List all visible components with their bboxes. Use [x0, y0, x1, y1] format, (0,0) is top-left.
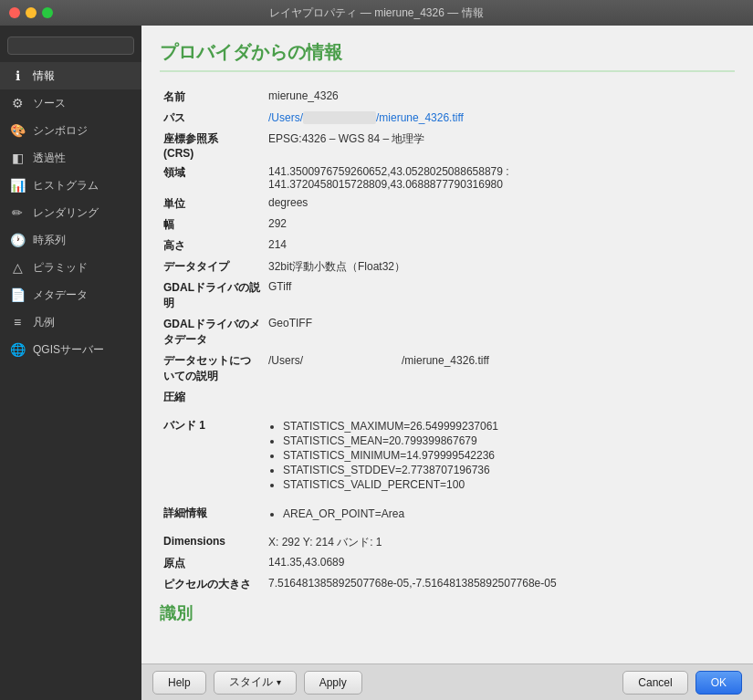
field-label: GDALドライバのメタデータ: [160, 314, 265, 350]
field-value: [265, 387, 735, 408]
field-value: 214: [265, 235, 735, 256]
sidebar-label-transparency: 透過性: [33, 151, 66, 166]
sidebar-label-source: ソース: [33, 96, 66, 111]
chevron-down-icon: ▾: [277, 677, 281, 687]
dimensions-table: Dimensions X: 292 Y: 214 バンド: 1 原点 141.3…: [160, 532, 735, 595]
list-item: STATISTICS_MAXIMUM=26.549999237061: [283, 420, 731, 433]
list-item: STATISTICS_MINIMUM=14.979999542236: [283, 449, 731, 462]
search-bar[interactable]: [0, 33, 141, 58]
sidebar-label-pyramid: ピラミッド: [33, 260, 88, 276]
table-row: 高さ214: [160, 235, 735, 256]
field-value: EPSG:4326 – WGS 84 – 地理学: [265, 129, 735, 162]
help-button[interactable]: Help: [152, 671, 206, 695]
info-table: 名前mierune_4326パス/Users/ /mierune_4326.ti…: [160, 87, 735, 408]
table-row: 圧縮: [160, 387, 735, 408]
band1-list: STATISTICS_MAXIMUM=26.549999237061STATIS…: [268, 420, 731, 491]
sidebar-item-source[interactable]: ⚙ ソース: [0, 89, 141, 117]
field-label: GDALドライバの説明: [160, 277, 265, 314]
sidebar-item-rendering[interactable]: ✏ レンダリング: [0, 199, 141, 226]
bottom-bar-left: Help スタイル ▾ Apply: [152, 671, 362, 695]
table-row: 幅292: [160, 214, 735, 235]
field-label: 座標参照系 (CRS): [160, 129, 265, 162]
path-link[interactable]: /Users/: [268, 111, 303, 124]
style-button[interactable]: スタイル ▾: [214, 671, 297, 695]
window-title: レイヤプロパティ — mierune_4326 — 情報: [269, 5, 483, 21]
detail-list: AREA_OR_POINT=Area: [268, 507, 731, 520]
field-label: 名前: [160, 87, 265, 108]
sidebar-icon-info: ℹ: [9, 68, 26, 84]
ok-button[interactable]: OK: [695, 671, 742, 695]
sidebar-label-rendering: レンダリング: [33, 205, 99, 221]
search-input[interactable]: [7, 37, 134, 55]
field-value: GTiff: [265, 277, 735, 314]
band1-table: バンド 1 STATISTICS_MAXIMUM=26.549999237061…: [160, 415, 735, 496]
sidebar-icon-rendering: ✏: [9, 204, 26, 221]
sidebar-label-symbology: シンボロジ: [33, 123, 88, 139]
sidebar-icon-symbology: 🎨: [9, 122, 26, 139]
sidebar-item-qgis-server[interactable]: 🌐 QGISサーバー: [0, 336, 141, 363]
sidebar-item-transparency[interactable]: ◧ 透過性: [0, 144, 141, 172]
sidebar-item-temporal[interactable]: 🕐 時系列: [0, 226, 141, 254]
sidebar-item-info[interactable]: ℹ 情報: [0, 62, 141, 89]
window-controls[interactable]: [9, 7, 53, 18]
field-value: 141.35009767592606​52,43.052802508865887…: [265, 162, 735, 193]
content-scroll[interactable]: プロバイダからの情報 名前mierune_4326パス/Users/ /mier…: [141, 26, 753, 663]
sidebar-item-pyramid[interactable]: △ ピラミッド: [0, 254, 141, 281]
path-link-end[interactable]: /mierune_4326.tiff: [376, 111, 464, 124]
title-bar: レイヤプロパティ — mierune_4326 — 情報: [0, 0, 753, 26]
sidebar-item-symbology[interactable]: 🎨 シンボロジ: [0, 117, 141, 144]
provider-section-title: プロバイダからの情報: [160, 40, 735, 72]
pixel-label: ピクセルの大きさ: [160, 574, 265, 595]
table-row: データタイプ32bit浮動小数点（Float32）: [160, 256, 735, 277]
field-label: パス: [160, 108, 265, 129]
sidebar-label-histogram: ヒストグラム: [33, 178, 99, 193]
field-value: mierune_4326: [265, 87, 735, 108]
minimize-button[interactable]: [26, 7, 37, 18]
identity-section-title: 識別: [160, 602, 735, 624]
sidebar-item-metadata[interactable]: 📄 メタデータ: [0, 281, 141, 308]
maximize-button[interactable]: [42, 7, 53, 18]
field-label: データタイプ: [160, 256, 265, 277]
field-value: 32bit浮動小数点（Float32）: [265, 256, 735, 277]
sidebar-icon-legend: ≡: [9, 314, 26, 330]
table-row: データセットについての説明/Users/ /mierune_4326.tiff: [160, 350, 735, 387]
field-value: 292: [265, 214, 735, 235]
dialog-body: ℹ 情報 ⚙ ソース 🎨 シンボロジ ◧ 透過性 📊 ヒストグラム ✏ レンダリ…: [0, 26, 753, 700]
field-value: GeoTIFF: [265, 314, 735, 350]
bottom-bar: Help スタイル ▾ Apply Cancel OK: [141, 663, 753, 700]
field-value: /Users/ /mierune_4326.tiff: [265, 108, 735, 129]
sidebar-icon-temporal: 🕐: [9, 232, 26, 248]
detail-table: 詳細情報 AREA_OR_POINT=Area: [160, 503, 735, 525]
sidebar-icon-qgis-server: 🌐: [9, 341, 26, 358]
field-label: 圧縮: [160, 387, 265, 408]
table-row: 領域141.35009767592606​52,43.0528025088658…: [160, 162, 735, 193]
list-item: AREA_OR_POINT=Area: [283, 507, 731, 520]
table-row: パス/Users/ /mierune_4326.tiff: [160, 108, 735, 129]
origin-value: 141.35,43.0689: [265, 553, 735, 574]
bottom-bar-right: Cancel OK: [622, 671, 742, 695]
sidebar-item-legend[interactable]: ≡ 凡例: [0, 308, 141, 336]
content-area: プロバイダからの情報 名前mierune_4326パス/Users/ /mier…: [141, 26, 753, 700]
field-label: 高さ: [160, 235, 265, 256]
table-row: GDALドライバのメタデータGeoTIFF: [160, 314, 735, 350]
list-item: STATISTICS_STDDEV=2.7738707196736: [283, 464, 731, 476]
table-row: GDALドライバの説明GTiff: [160, 277, 735, 314]
sidebar-label-legend: 凡例: [33, 315, 55, 330]
field-value: degrees: [265, 193, 735, 214]
sidebar-item-histogram[interactable]: 📊 ヒストグラム: [0, 172, 141, 199]
detail-label: 詳細情報: [160, 503, 265, 525]
sidebar-icon-source: ⚙: [9, 95, 26, 111]
sidebar-icon-pyramid: △: [9, 259, 26, 276]
close-button[interactable]: [9, 7, 20, 18]
sidebar-label-metadata: メタデータ: [33, 287, 88, 303]
sidebar-icon-metadata: 📄: [9, 287, 26, 303]
field-label: 単位: [160, 193, 265, 214]
apply-button[interactable]: Apply: [304, 671, 362, 695]
table-row: 名前mierune_4326: [160, 87, 735, 108]
style-label: スタイル: [229, 674, 273, 690]
list-item: STATISTICS_VALID_PERCENT=100: [283, 478, 731, 491]
dimensions-value: X: 292 Y: 214 バンド: 1: [265, 532, 735, 553]
dimensions-label: Dimensions: [160, 532, 265, 553]
cancel-button[interactable]: Cancel: [622, 671, 687, 695]
field-label: データセットについての説明: [160, 350, 265, 387]
